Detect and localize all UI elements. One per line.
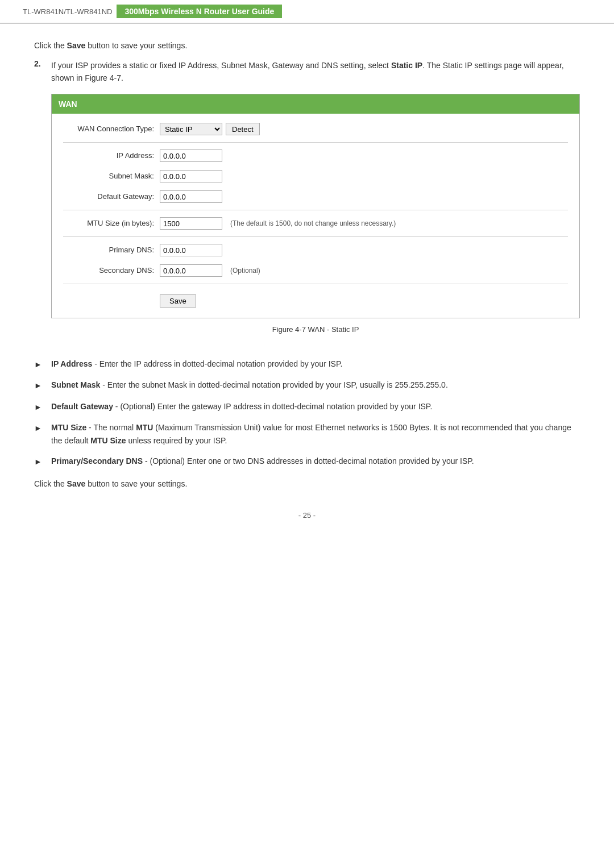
wan-subnet-mask-label: Subnet Mask: bbox=[63, 171, 160, 182]
bullet-arrow-1: ► bbox=[34, 358, 51, 371]
wan-box: WAN WAN Connection Type: Static IP Detec… bbox=[51, 94, 580, 318]
main-content: Click the Save button to save your setti… bbox=[0, 35, 614, 542]
wan-save-button[interactable]: Save bbox=[160, 294, 196, 308]
wan-secondary-dns-label: Secondary DNS: bbox=[63, 265, 160, 277]
section-2: 2. If your ISP provides a static or fixe… bbox=[34, 59, 580, 346]
wan-default-gateway-label: Default Gateway: bbox=[63, 191, 160, 203]
list-item: ► Primary/Secondary DNS - (Optional) Ent… bbox=[34, 455, 580, 468]
wan-default-gateway-control bbox=[160, 190, 222, 203]
bullet-arrow-2: ► bbox=[34, 379, 51, 392]
wan-primary-dns-label: Primary DNS: bbox=[63, 244, 160, 256]
divider-1 bbox=[63, 142, 568, 143]
list-item: ► Default Gateway - (Optional) Enter the… bbox=[34, 400, 580, 413]
bullet-content-1: IP Address - Enter the IP address in dot… bbox=[51, 358, 580, 370]
divider-3 bbox=[63, 236, 568, 237]
page-header: TL-WR841N/TL-WR841ND 300Mbps Wireless N … bbox=[0, 0, 614, 24]
section-number: 2. bbox=[34, 59, 51, 346]
wan-connection-type-row: WAN Connection Type: Static IP Detect bbox=[63, 122, 568, 136]
page-number: - 25 - bbox=[34, 511, 580, 520]
list-item: ► Subnet Mask - Enter the subnet Mask in… bbox=[34, 379, 580, 392]
figure-caption: Figure 4-7 WAN - Static IP bbox=[51, 324, 580, 336]
footer-save-text: Click the Save button to save your setti… bbox=[34, 479, 580, 488]
model-text: TL-WR841N/TL-WR841ND bbox=[23, 7, 112, 16]
wan-subnet-mask-row: Subnet Mask: bbox=[63, 169, 568, 184]
wan-subnet-mask-input[interactable] bbox=[160, 170, 222, 182]
divider-2 bbox=[63, 210, 568, 210]
wan-header: WAN bbox=[52, 94, 579, 114]
bullet-content-3: Default Gateway - (Optional) Enter the g… bbox=[51, 400, 580, 413]
section-body: If your ISP provides a static or fixed I… bbox=[51, 59, 580, 346]
wan-primary-dns-row: Primary DNS: bbox=[63, 243, 568, 258]
wan-body: WAN Connection Type: Static IP Detect IP… bbox=[52, 114, 579, 318]
wan-mtu-row: MTU Size (in bytes): (The default is 150… bbox=[63, 216, 568, 231]
bullet-arrow-5: ► bbox=[34, 455, 51, 468]
wan-mtu-control: (The default is 1500, do not change unle… bbox=[160, 217, 396, 230]
wan-secondary-dns-input[interactable] bbox=[160, 264, 222, 277]
wan-connection-type-control: Static IP Detect bbox=[160, 123, 260, 135]
wan-mtu-input[interactable] bbox=[160, 217, 222, 230]
list-item: ► MTU Size - The normal MTU (Maximum Tra… bbox=[34, 421, 580, 447]
wan-secondary-dns-control: (Optional) bbox=[160, 264, 260, 277]
bullet-content-4: MTU Size - The normal MTU (Maximum Trans… bbox=[51, 421, 580, 447]
wan-ip-address-row: IP Address: bbox=[63, 148, 568, 163]
wan-secondary-dns-row: Secondary DNS: (Optional) bbox=[63, 263, 568, 278]
wan-default-gateway-row: Default Gateway: bbox=[63, 189, 568, 204]
wan-mtu-hint: (The default is 1500, do not change unle… bbox=[230, 218, 396, 229]
wan-mtu-label: MTU Size (in bytes): bbox=[63, 218, 160, 230]
bullet-content-2: Subnet Mask - Enter the subnet Mask in d… bbox=[51, 379, 580, 391]
wan-ip-address-label: IP Address: bbox=[63, 150, 160, 162]
title-text: 300Mbps Wireless N Router User Guide bbox=[117, 5, 282, 18]
intro-save-text: Click the Save button to save your setti… bbox=[34, 41, 580, 50]
divider-4 bbox=[63, 284, 568, 284]
wan-secondary-dns-optional: (Optional) bbox=[230, 265, 260, 276]
wan-connection-type-select[interactable]: Static IP bbox=[160, 123, 222, 135]
wan-ip-address-input[interactable] bbox=[160, 149, 222, 162]
wan-default-gateway-input[interactable] bbox=[160, 190, 222, 203]
wan-save-row: Save bbox=[160, 290, 568, 310]
wan-primary-dns-control bbox=[160, 244, 222, 256]
bullet-arrow-3: ► bbox=[34, 400, 51, 413]
list-item: ► IP Address - Enter the IP address in d… bbox=[34, 358, 580, 371]
bullet-arrow-4: ► bbox=[34, 421, 51, 434]
bullet-list: ► IP Address - Enter the IP address in d… bbox=[34, 358, 580, 468]
detect-button[interactable]: Detect bbox=[226, 123, 260, 135]
wan-primary-dns-input[interactable] bbox=[160, 244, 222, 256]
wan-connection-type-label: WAN Connection Type: bbox=[63, 123, 160, 135]
wan-ip-address-control bbox=[160, 149, 222, 162]
bullet-content-5: Primary/Secondary DNS - (Optional) Enter… bbox=[51, 455, 580, 467]
wan-subnet-mask-control bbox=[160, 170, 222, 182]
